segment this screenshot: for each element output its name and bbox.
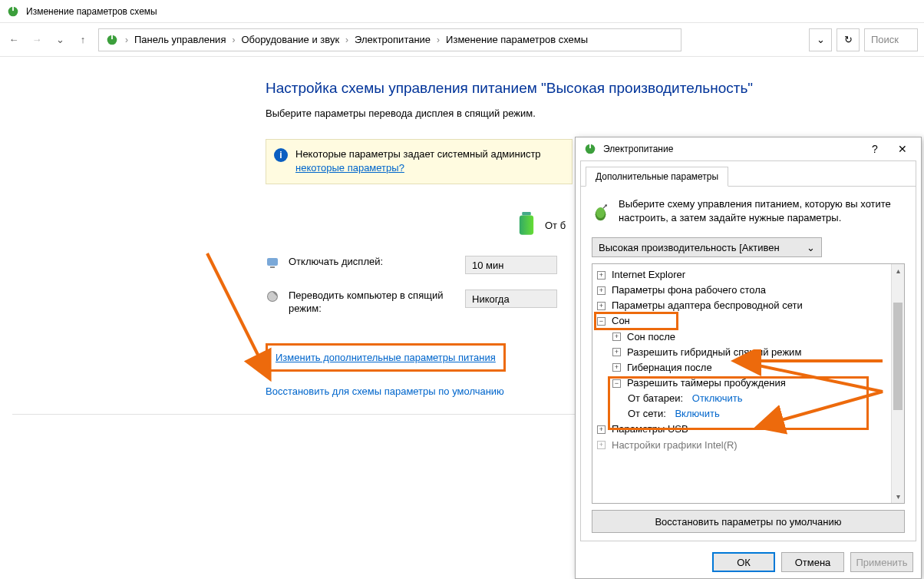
scroll-thumb[interactable] — [893, 303, 903, 410]
search-placeholder: Поиск — [871, 34, 899, 45]
footer-separator — [12, 414, 642, 415]
search-input[interactable]: Поиск — [864, 28, 918, 51]
cancel-button[interactable]: Отмена — [781, 552, 844, 572]
annotation-highlight-sleep — [594, 312, 678, 330]
window-title: Изменение параметров схемы — [26, 6, 157, 17]
settings-tree[interactable]: +Internet Explorer +Параметры фона рабоч… — [592, 263, 905, 504]
power-plan-icon — [592, 197, 609, 228]
dialog-body: Дополнительные параметры Выберите схему … — [580, 160, 916, 541]
page-subtitle: Выберите параметры перевода дисплея в сп… — [266, 108, 924, 119]
svg-rect-3 — [111, 34, 113, 38]
chevron-right-icon: › — [345, 35, 348, 45]
expand-icon[interactable]: + — [612, 333, 621, 341]
annotation-highlight-wake-timers — [608, 376, 869, 430]
expand-icon[interactable]: + — [597, 286, 606, 295]
tree-node-hibernate-after[interactable]: +Гибернация после — [596, 360, 901, 376]
address-history-dropdown[interactable]: ⌄ — [809, 28, 832, 51]
breadcrumb-item[interactable]: Оборудование и звук — [241, 34, 339, 45]
chevron-right-icon: › — [437, 35, 440, 45]
tree-node-hybrid-sleep[interactable]: +Разрешить гибридный спящий режим — [596, 345, 901, 360]
svg-rect-6 — [267, 258, 278, 266]
info-link[interactable]: некоторые параметры? — [295, 162, 404, 174]
field-label-sleep: Переводить компьютер в спящий режим: — [289, 290, 465, 316]
field-value-sleep[interactable]: Никогда — [465, 290, 557, 308]
dialog-titlebar: Электропитание ? ✕ — [576, 137, 921, 160]
info-banner: i Некоторые параметры задает системный а… — [266, 139, 573, 184]
info-text: Некоторые параметры задает системный адм… — [295, 147, 541, 174]
forward-button[interactable]: → — [29, 32, 45, 48]
dialog-tabs: Дополнительные параметры — [581, 161, 916, 187]
ok-button[interactable]: ОК — [712, 552, 775, 572]
info-message: Некоторые параметры задает системный адм… — [295, 148, 541, 160]
tree-node-intel-gfx[interactable]: +Настройки графики Intel(R) — [596, 438, 901, 453]
breadcrumb[interactable]: › Панель управления › Оборудование и зву… — [98, 28, 681, 51]
svg-rect-11 — [589, 144, 591, 148]
battery-icon — [517, 212, 536, 239]
link-advanced-settings[interactable]: Изменить дополнительные параметры питани… — [276, 352, 496, 363]
expand-icon[interactable]: + — [597, 271, 606, 280]
svg-rect-5 — [520, 216, 533, 235]
power-options-dialog: Электропитание ? ✕ Дополнительные параме… — [575, 137, 922, 579]
battery-column-label: От б — [545, 220, 566, 231]
svg-point-13 — [596, 207, 606, 218]
page-title: Настройка схемы управления питанием "Выс… — [266, 80, 924, 97]
refresh-button[interactable]: ↻ — [837, 28, 860, 51]
tree-node-ie[interactable]: +Internet Explorer — [596, 267, 901, 283]
svg-rect-4 — [522, 212, 530, 216]
apply-button[interactable]: Применить — [850, 552, 913, 572]
back-button[interactable]: ← — [6, 32, 21, 48]
svg-rect-7 — [270, 266, 275, 268]
dialog-button-row: ОК Отмена Применить — [576, 546, 921, 578]
tree-scrollbar[interactable]: ▴ ▾ — [891, 264, 904, 503]
expand-icon[interactable]: + — [612, 348, 621, 356]
power-scheme-select[interactable]: Высокая производительность [Активен ⌄ — [592, 237, 822, 257]
window-titlebar: Изменение параметров схемы — [0, 0, 924, 23]
breadcrumb-app-icon — [105, 33, 119, 47]
up-button[interactable]: ↑ — [75, 32, 91, 48]
chevron-down-icon: ⌄ — [807, 242, 815, 253]
tree-node-sleep-after[interactable]: +Сон после — [596, 329, 901, 345]
help-button[interactable]: ? — [864, 143, 886, 155]
expand-icon[interactable]: + — [597, 441, 606, 449]
breadcrumb-item[interactable]: Изменение параметров схемы — [446, 34, 588, 45]
tab-advanced[interactable]: Дополнительные параметры — [586, 167, 728, 187]
svg-rect-1 — [12, 5, 14, 10]
dialog-app-icon — [583, 142, 597, 156]
expand-icon[interactable]: + — [597, 302, 606, 310]
chevron-right-icon: › — [232, 35, 235, 45]
breadcrumb-item[interactable]: Панель управления — [134, 34, 226, 45]
sleep-icon — [266, 290, 279, 303]
recent-dropdown[interactable]: ⌄ — [52, 32, 68, 48]
field-label-display-off: Отключать дисплей: — [289, 256, 465, 269]
link-advanced-highlight: Изменить дополнительные параметры питани… — [266, 343, 506, 372]
restore-defaults-button[interactable]: Восстановить параметры по умолчанию — [592, 510, 905, 533]
close-button[interactable]: ✕ — [892, 143, 913, 155]
chevron-right-icon: › — [125, 35, 128, 45]
scroll-up-arrow[interactable]: ▴ — [892, 264, 904, 277]
titlebar-app-icon — [6, 5, 20, 18]
field-value-display-off[interactable]: 10 мин — [465, 256, 557, 274]
navigation-bar: ← → ⌄ ↑ › Панель управления › Оборудован… — [0, 23, 924, 57]
display-off-icon — [266, 256, 279, 270]
scheme-select-value: Высокая производительность [Активен — [599, 242, 780, 253]
expand-icon[interactable]: + — [612, 363, 621, 372]
expand-icon[interactable]: + — [597, 425, 606, 434]
info-icon: i — [274, 148, 288, 162]
scroll-down-arrow[interactable]: ▾ — [892, 490, 904, 503]
tree-node-desktop-bg[interactable]: +Параметры фона рабочего стола — [596, 283, 901, 298]
dialog-title: Электропитание — [603, 144, 673, 154]
dialog-description: Выберите схему управления питанием, кото… — [619, 197, 905, 224]
breadcrumb-item[interactable]: Электропитание — [355, 34, 431, 45]
